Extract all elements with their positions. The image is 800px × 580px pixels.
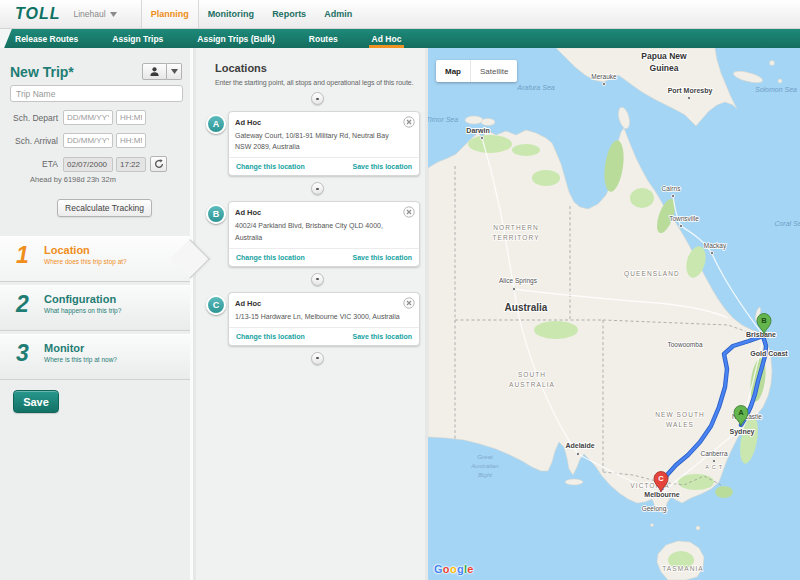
map-city-dot	[710, 251, 713, 254]
map-label: Arafura Sea	[516, 84, 554, 91]
map-canvas[interactable]: Papua NewGuineaMeraukePort MoresbySolomo…	[428, 48, 800, 580]
subnav-ad-hoc[interactable]: Ad Hoc	[372, 29, 402, 48]
depart-time-input[interactable]	[116, 110, 146, 125]
map-city-dot	[671, 194, 674, 197]
tab-reports[interactable]: Reports	[263, 0, 315, 28]
refresh-icon	[154, 159, 164, 169]
stop-name: Ad Hoc	[235, 299, 413, 308]
tab-monitoring[interactable]: Monitoring	[199, 0, 264, 28]
step-number: 1	[16, 242, 29, 269]
nav-notch-decoration	[0, 29, 12, 48]
eta-label: ETA	[0, 159, 63, 169]
save-location-link[interactable]: Save this location	[352, 163, 412, 170]
map-label: AUSTRALIA	[509, 381, 555, 388]
map-label: Australia	[505, 302, 548, 313]
pin-letter: C	[658, 474, 664, 483]
arrival-time-input[interactable]	[116, 133, 146, 148]
content-area: New Trip* Sch. Depart Sch. Arrival	[0, 48, 800, 580]
step-number: 2	[16, 291, 29, 318]
map-label: Brisbane	[746, 331, 776, 338]
page-title: New Trip*	[10, 64, 74, 80]
eta-time-field[interactable]	[116, 157, 146, 172]
subnav-release-routes[interactable]: Release Routes	[15, 29, 78, 48]
insert-stop-button[interactable]	[311, 273, 324, 286]
map-label: TERRITORY	[492, 234, 539, 241]
chevron-down-icon	[171, 69, 178, 74]
context-dropdown[interactable]: Linehaul	[73, 0, 116, 28]
map-type-control: Map Satellite	[436, 60, 517, 82]
map-label: Alice Springs	[499, 277, 538, 285]
map-label: Timor Sea	[428, 116, 458, 123]
trip-form-panel: New Trip* Sch. Depart Sch. Arrival	[0, 48, 193, 580]
map-label: WALES	[666, 421, 694, 428]
change-location-link[interactable]: Change this location	[236, 163, 305, 170]
map-city-dot	[602, 82, 605, 85]
user-button[interactable]	[142, 63, 167, 80]
depart-date-input[interactable]	[63, 110, 113, 125]
map-label: Darwin	[466, 127, 489, 134]
step-location[interactable]: 1 Location Where does this trip stop at?	[0, 236, 190, 282]
eta-date-field[interactable]	[63, 157, 113, 172]
subnav-routes[interactable]: Routes	[309, 29, 338, 48]
stop-bubble-a: A	[206, 114, 226, 134]
map-city-dot	[480, 136, 483, 139]
stop-address: 4002/4 Parkland Blvd, Brisbane City QLD …	[235, 220, 413, 242]
stop-name: Ad Hoc	[235, 118, 413, 127]
change-location-link[interactable]: Change this location	[236, 333, 305, 340]
insert-stop-button[interactable]	[311, 352, 324, 365]
step-number: 3	[16, 340, 29, 367]
stop-row-a: A Ad Hoc Gateway Court, 10/81-91 Militar…	[215, 111, 420, 176]
step-configuration[interactable]: 2 Configuration What happens on this tri…	[0, 285, 190, 331]
save-button[interactable]: Save	[13, 390, 59, 413]
map-label: Australian	[470, 462, 499, 469]
location-card: Ad Hoc 4002/4 Parkland Blvd, Brisbane Ci…	[228, 201, 420, 266]
map-label: Mackay	[704, 242, 727, 250]
map-city-dot	[576, 452, 579, 455]
trip-name-input[interactable]	[10, 85, 183, 102]
tab-admin[interactable]: Admin	[315, 0, 361, 28]
arrival-date-input[interactable]	[63, 133, 113, 148]
map-label: Townsville	[669, 215, 699, 222]
tab-planning[interactable]: Planning	[141, 0, 199, 28]
step-subtitle: Where does this trip stop at?	[44, 258, 190, 265]
recalculate-tracking-button[interactable]: Recalculate Tracking	[57, 199, 152, 217]
map-label: Sydney	[730, 428, 755, 436]
insert-stop-button[interactable]	[311, 92, 324, 105]
depart-label: Sch. Depart	[0, 113, 63, 123]
map-label: NEW SOUTH	[655, 411, 705, 418]
refresh-eta-button[interactable]	[150, 156, 167, 172]
change-location-link[interactable]: Change this location	[236, 254, 305, 261]
step-title: Configuration	[44, 293, 190, 305]
satellite-view-button[interactable]: Satellite	[471, 60, 517, 82]
map-island	[770, 61, 775, 66]
insert-stop-button[interactable]	[311, 182, 324, 195]
close-icon[interactable]	[403, 206, 415, 218]
wizard-steps: 1 Location Where does this trip stop at?…	[0, 236, 190, 380]
map-label: Gold Coast	[750, 350, 788, 357]
map-label: Bight	[478, 471, 492, 478]
stop-row-b: B Ad Hoc 4002/4 Parkland Blvd, Brisbane …	[215, 201, 420, 266]
context-label: Linehaul	[73, 9, 105, 19]
step-monitor[interactable]: 3 Monitor Where is this trip at now?	[0, 334, 190, 380]
subnav-assign-trips[interactable]: Assign Trips	[112, 29, 163, 48]
map-label: Merauke	[591, 73, 617, 80]
stop-row-c: C Ad Hoc 1/13-15 Hardware Ln, Melbourne …	[215, 292, 420, 346]
step-subtitle: What happens on this trip?	[44, 307, 190, 314]
map-label: NORTHERN	[493, 224, 539, 231]
locations-panel: Locations Enter the starting point, all …	[196, 48, 425, 580]
map-view-button[interactable]: Map	[436, 60, 471, 82]
map-label: Cairns	[662, 185, 682, 192]
subnav-assign-trips-bulk[interactable]: Assign Trips (Bulk)	[197, 29, 274, 48]
close-icon[interactable]	[403, 116, 415, 128]
user-dropdown-button[interactable]	[167, 63, 182, 80]
close-icon[interactable]	[403, 297, 415, 309]
location-card: Ad Hoc 1/13-15 Hardware Ln, Melbourne VI…	[228, 292, 420, 346]
pin-letter: B	[761, 316, 767, 325]
map-island	[481, 119, 495, 126]
map-label: Guinea	[650, 63, 679, 73]
map-label: SOUTH	[518, 371, 546, 378]
dot-icon	[316, 188, 319, 190]
save-location-link[interactable]: Save this location	[352, 333, 412, 340]
save-location-link[interactable]: Save this location	[352, 254, 412, 261]
location-card: Ad Hoc Gateway Court, 10/81-91 Military …	[228, 111, 420, 176]
